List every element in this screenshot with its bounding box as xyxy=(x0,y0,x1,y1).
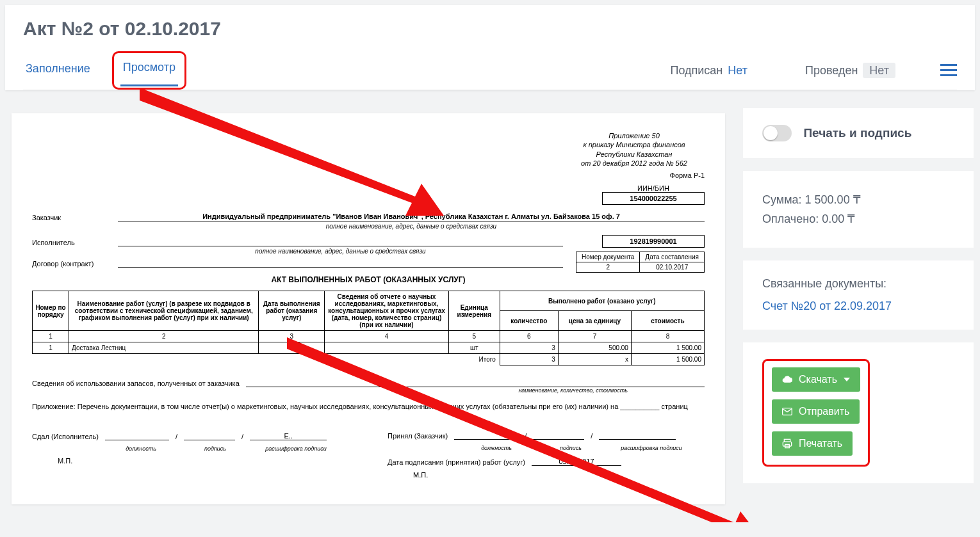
executor-label: Исполнитель xyxy=(32,239,109,246)
print-sign-toggle[interactable] xyxy=(762,125,792,141)
mail-icon xyxy=(782,408,792,415)
tab-fill[interactable]: Заполнение xyxy=(23,56,93,86)
iin-label: ИИН/БИН xyxy=(602,184,705,192)
tab-view[interactable]: Просмотр xyxy=(120,54,178,86)
download-button[interactable]: Скачать xyxy=(772,367,860,392)
contract-label: Договор (контракт) xyxy=(32,260,109,268)
paid-line: Оплачено: 0.00 ₸ xyxy=(762,212,954,226)
cloud-download-icon xyxy=(782,374,792,385)
form-code: Форма Р-1 xyxy=(564,172,705,179)
sum-line: Сумма: 1 500.00 ₸ xyxy=(762,193,954,207)
customer-label: Заказчик xyxy=(32,214,109,221)
works-table: Номер по порядку Наименование работ (усл… xyxy=(32,291,705,365)
document-preview: Приложение 50 к приказу Министра финансо… xyxy=(12,113,725,504)
attachment-text: Приложение: Перечень документации, в том… xyxy=(32,403,705,410)
doc-number-date: Номер документаДата составления 202.10.2… xyxy=(576,252,705,273)
print-sign-label: Печать и подпись xyxy=(803,126,911,140)
related-docs-title: Связанные документы: xyxy=(762,277,954,291)
print-button[interactable]: Печатать xyxy=(772,431,853,456)
page-title: Акт №2 от 02.10.2017 xyxy=(23,18,957,40)
status-posted: ПроведенНет xyxy=(805,64,895,77)
svg-rect-4 xyxy=(783,442,791,446)
print-icon xyxy=(782,438,792,449)
stock-info-label: Сведения об использовании запасов, получ… xyxy=(32,380,240,387)
table-row: 1 Доставка Лестниц шт 3 500.00 1 500.00 xyxy=(33,342,705,354)
iin-executor: 192819990001 xyxy=(602,235,705,248)
caret-down-icon xyxy=(844,378,850,381)
act-title: АКТ ВЫПОЛНЕННЫХ РАБОТ (ОКАЗАННЫХ УСЛУГ) xyxy=(32,275,705,284)
status-signed: ПодписанНет xyxy=(670,64,747,77)
menu-icon[interactable] xyxy=(940,64,957,77)
executor-value xyxy=(118,245,563,246)
iin-customer: 154000022255 xyxy=(602,192,705,205)
send-button[interactable]: Отправить xyxy=(772,399,860,424)
related-doc-link[interactable]: Счет №20 от 22.09.2017 xyxy=(762,300,954,313)
customer-value: Индивидуальный предприниматель "Иванов И… xyxy=(118,212,705,221)
appendix-text: Приложение 50 к приказу Министра финансо… xyxy=(564,131,705,168)
